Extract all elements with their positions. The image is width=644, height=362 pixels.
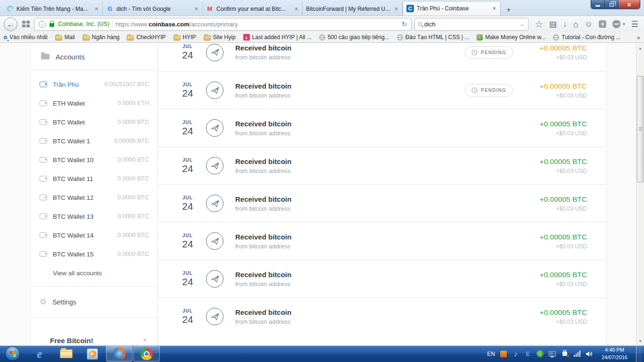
volume-icon[interactable] [586, 350, 593, 358]
sidebar-item-btc-wallet-13[interactable]: BTC Wallet 130.0000 BTC [31, 207, 157, 226]
transaction-row[interactable]: JUL24 Received bitcoinfrom bitcoin addre… [158, 71, 606, 109]
chevron-down-icon[interactable]: ▾ [623, 22, 625, 26]
bookmark-last-added-hyip[interactable]: aLast added HYIP | All ... [243, 34, 312, 41]
transaction-row[interactable]: JUL24 Received bitcoinfrom bitcoin addre… [158, 147, 606, 184]
sidebar-item-btc-wallet-14[interactable]: BTC Wallet 140.0000 BTC [31, 226, 157, 245]
sidebar-item-eth-wallet[interactable]: ETH Wallet0.0000 ETH [31, 94, 157, 113]
show-desktop-button[interactable] [636, 346, 642, 362]
scroll-down-icon[interactable]: ▼ [636, 337, 644, 345]
close-tab-icon[interactable]: × [94, 6, 99, 12]
search-box[interactable]: → [414, 18, 528, 31]
firefox-icon [113, 347, 126, 360]
tab-kiem-tien[interactable]: Kiếm Tiền Trên Mạng - Ma... × [3, 2, 103, 16]
close-tab-icon[interactable]: × [394, 6, 399, 12]
scroll-up-icon[interactable]: ▲ [636, 44, 644, 52]
info-icon[interactable]: i [39, 21, 46, 28]
menu-icon[interactable]: ☰ [631, 20, 638, 28]
pocket-icon[interactable]: ∨ [599, 20, 606, 28]
lock-icon [50, 23, 54, 27]
sidebar-item-settings[interactable]: ⚙ Settings [31, 287, 157, 318]
close-tab-icon[interactable]: × [492, 5, 497, 12]
tab-gmail[interactable]: M Confirm your email at Bitc... × [203, 2, 303, 16]
taskbar-ie-button[interactable]: e [26, 346, 53, 362]
sidebar-item-btc-wallet-10[interactable]: BTC Wallet 100.0000 BTC [31, 150, 157, 169]
music-note-icon[interactable]: ♪ [512, 350, 520, 358]
sidebar-item-btc-wallet-12[interactable]: BTC Wallet 120.0000 BTC [31, 188, 157, 207]
transaction-row[interactable]: JUL24 Received bitcoinfrom bitcoin addre… [158, 43, 606, 71]
transaction-row[interactable]: JUL24 Received bitcoinfrom bitcoin addre… [158, 184, 606, 222]
sidebar-item-btc-wallet-1[interactable]: BTC Wallet 10.00005 BTC [31, 132, 157, 150]
bookmark-folder-ngan-hang[interactable]: Ngân hàng [83, 34, 120, 41]
start-button[interactable] [5, 346, 20, 361]
bookmarks-overflow-icon[interactable]: » [637, 34, 640, 41]
bookmark-make-money[interactable]: Make Money Online w... [477, 34, 545, 41]
a-badge-icon: a [243, 34, 250, 41]
site-identity[interactable]: Coinbase, Inc. (US) [58, 21, 109, 27]
taskbar-chrome-button[interactable] [133, 346, 160, 362]
view-all-accounts-link[interactable]: View all accounts [31, 263, 157, 282]
scrollbar-thumb[interactable] [637, 76, 644, 182]
close-window-button[interactable]: × [619, 0, 640, 9]
bookmark-tutorial[interactable]: Tutorial - Con đường ... [553, 34, 620, 41]
sidebar-item-btc-wallet[interactable]: BTC Wallet0.0000 BTC [31, 113, 157, 132]
close-tab-icon[interactable]: × [294, 6, 299, 12]
bookmarks-list-icon[interactable]: ▤ [549, 20, 557, 28]
idm-icon[interactable]: ↓ [537, 350, 544, 358]
transaction-row[interactable]: JUL24 Received bitcoinfrom bitcoin addre… [158, 260, 606, 297]
grid-icon[interactable] [22, 21, 30, 27]
tab-coinbase-active[interactable]: C Trần Phú - Coinbase × [403, 1, 501, 16]
close-tab-icon[interactable]: × [194, 6, 199, 12]
taskbar-clock[interactable]: 4:40 PM24/07/2016 [598, 346, 631, 362]
bookmark-folder-hyip[interactable]: HYIP [173, 34, 196, 41]
taskbar-explorer-button[interactable] [53, 346, 79, 362]
signal-bars-icon[interactable] [573, 350, 581, 358]
tab-google-search[interactable]: G dich - Tìm với Google × [103, 2, 203, 16]
taskbar-media-player-button[interactable]: ▶ [79, 346, 106, 362]
bookmark-star-icon[interactable]: ☆ [535, 20, 543, 29]
language-indicator[interactable]: EN [487, 351, 495, 357]
url-bar[interactable]: i Coinbase, Inc. (US) https://www.coinba… [34, 18, 412, 31]
transaction-row[interactable]: JUL24 Received bitcoinfrom bitcoin addre… [158, 222, 606, 260]
unplugged-network-icon[interactable] [561, 350, 569, 358]
tray-e-icon[interactable]: E [524, 350, 532, 358]
bookmark-folder-mail[interactable]: Mail [55, 34, 75, 41]
scrollbar[interactable]: ▲ ▼ [636, 43, 644, 346]
send-icon [206, 232, 223, 250]
close-icon[interactable]: × [143, 337, 147, 344]
reload-icon[interactable]: ↻ [402, 20, 407, 28]
sidebar-item-btc-wallet-15[interactable]: BTC Wallet 150.0000 BTC [31, 245, 157, 263]
wallet-icon [40, 176, 47, 181]
sprout-icon [477, 34, 483, 41]
search-input[interactable] [424, 21, 516, 28]
minimize-button[interactable] [591, 0, 605, 9]
tab-title: Kiếm Tiền Trên Mạng - Ma... [17, 6, 91, 12]
bookmark-most-visited[interactable]: Vào nhiều nhất [4, 34, 48, 41]
smiley-extension-icon[interactable]: ☺ [585, 20, 593, 28]
sidebar: Accounts Trần Phú0.00251007 BTC ETH Wall… [31, 43, 158, 346]
wallet-icon [40, 195, 47, 200]
search-go-icon[interactable]: → [519, 21, 525, 28]
bookmark-500-cau[interactable]: 500 câu giao tiếp tiếng... [319, 34, 389, 41]
tab-bitcoinforward[interactable]: BitcoinForward | My Referred U... × [303, 2, 403, 16]
java-update-icon[interactable] [500, 350, 507, 358]
downloads-icon[interactable]: ↓ [563, 20, 567, 28]
new-tab-button[interactable]: + [503, 4, 515, 16]
bookmark-dao-tao-html[interactable]: Đào Tạo HTML | CSS | ... [397, 34, 470, 41]
folder-icon [83, 35, 90, 41]
display-icon[interactable] [549, 350, 556, 358]
amount-btc: +0.00005 BTC [523, 271, 587, 279]
transaction-row[interactable]: JUL24 Received bitcoinfrom bitcoin addre… [158, 297, 606, 335]
restore-button[interactable] [605, 0, 619, 9]
transaction-row[interactable]: JUL24 Received bitcoinfrom bitcoin addre… [158, 109, 606, 147]
home-icon[interactable]: ⌂ [573, 20, 578, 29]
sidebar-item-tran-phu[interactable]: Trần Phú0.00251007 BTC [31, 75, 157, 94]
bookmark-folder-checkhyip[interactable]: CheckHYIP [127, 34, 165, 41]
status-badge: PENDING [465, 84, 513, 97]
bookmark-folder-site-hyip[interactable]: Site Hyip [204, 34, 236, 41]
wallet-icon [40, 232, 47, 238]
adblock-icon[interactable]: ABP [612, 20, 620, 28]
back-button[interactable]: ← [4, 17, 17, 31]
status-badge: PENDING [465, 46, 513, 59]
sidebar-item-btc-wallet-11[interactable]: BTC Wallet 110.0000 BTC [31, 169, 157, 188]
taskbar-firefox-button[interactable] [106, 346, 132, 362]
